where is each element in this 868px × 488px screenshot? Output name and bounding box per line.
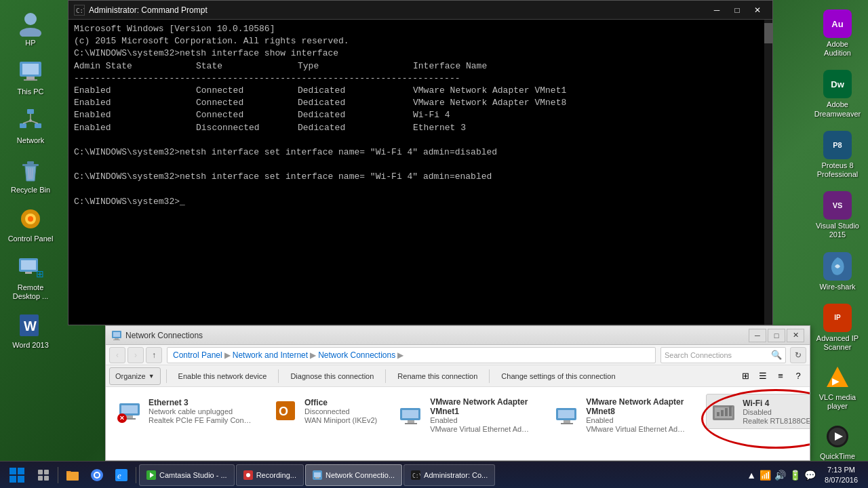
taskbar-explorer-button[interactable]: e [110, 464, 133, 486]
cmd-title-icon: C:\ [74, 5, 85, 16]
breadcrumb-part3[interactable]: Network Connections [318, 350, 395, 360]
view-list-button[interactable]: ☰ [755, 368, 771, 384]
tray-up-arrow-icon[interactable]: ▲ [747, 470, 756, 481]
help-button[interactable]: ? [790, 368, 806, 384]
adapter-office[interactable]: O Office Disconnected WAN Miniport (IKEv… [269, 394, 380, 428]
svg-rect-68 [18, 468, 24, 474]
cmd-maximize-button[interactable]: □ [728, 3, 747, 18]
svg-text:e: e [117, 470, 121, 481]
breadcrumb-part1[interactable]: Control Panel [173, 350, 222, 360]
net-search-placeholder: Search Connections [665, 351, 732, 359]
adapter-vmnet8[interactable]: VMware Network Adapter VMnet8 Enabled VM… [550, 394, 692, 436]
svg-text:O: O [279, 405, 288, 418]
cmd-scroll-thumb[interactable] [764, 23, 772, 43]
svg-rect-63 [717, 412, 719, 416]
nav-refresh-button[interactable]: ↻ [790, 347, 806, 363]
svg-rect-22 [21, 260, 36, 270]
adapter-vmnet8-top: VMware Network Adapter VMnet8 Enabled VM… [553, 397, 689, 433]
cmd-r2c1: Enabled [74, 97, 196, 109]
cmd-minimize-button[interactable]: ─ [707, 3, 726, 18]
desktop-icon-this-pc[interactable]: This PC [3, 56, 58, 99]
cmd-window: C:\ Administrator: Command Prompt ─ □ ✕ … [68, 0, 773, 325]
organize-button[interactable]: Organize ▼ [109, 367, 161, 385]
desktop-icon-proteus[interactable]: P8 Proteus 8 Professional [810, 128, 865, 182]
desktop-icon-visual-studio[interactable]: VS Visual Studio 2015 [810, 188, 865, 242]
svg-rect-66 [729, 406, 732, 416]
net-search-box[interactable]: Search Connections 🔍 [660, 347, 786, 363]
nav-up-button[interactable]: ↑ [146, 347, 162, 363]
desktop-icon-wireshark[interactable]: Wire-shark [810, 249, 865, 294]
tray-notification-icon[interactable]: 💬 [804, 470, 816, 481]
desktop-icon-adobe-dreamweaver[interactable]: Dw Adobe Dreamweaver [810, 67, 865, 121]
taskbar-app-recording[interactable]: Recording... [236, 464, 304, 486]
desktop-icon-recycle-bin[interactable]: Recycle Bin [3, 154, 58, 197]
tray-network-icon[interactable]: 📶 [760, 470, 771, 481]
svg-rect-54 [402, 410, 418, 418]
ethernet3-x-icon: ✕ [117, 413, 127, 423]
cmd-r3c3: Dedicated [298, 109, 413, 121]
adapter-wifi4[interactable]: Wi-Fi 4 Disabled Realtek RTL8188CE 802.1… [706, 394, 810, 429]
cmd-scrollbar[interactable] [764, 20, 772, 325]
taskbar-app-camtasia[interactable]: Camtasia Studio - ... [139, 464, 235, 486]
desktop-icon-vlc[interactable]: ▶ VLC media player [810, 361, 865, 413]
rename-button[interactable]: Rename this connection [391, 367, 484, 385]
taskbar-file-explorer-button[interactable] [61, 464, 84, 486]
desktop-icon-word-2013[interactable]: W Word 2013 [3, 309, 58, 352]
task-view-icon [37, 469, 50, 481]
vlc-label: VLC media player [813, 393, 862, 411]
enable-device-button[interactable]: Enable this network device [172, 367, 273, 385]
taskbar-app-admin-cmd[interactable]: C:\ Administrator: Co... [403, 464, 495, 486]
net-close-button[interactable]: ✕ [787, 329, 804, 342]
net-title-text: Network Connections [125, 331, 203, 340]
net-minimize-button[interactable]: ─ [749, 329, 766, 342]
desktop-icon-remote-desktop[interactable]: ⊞ Remote Desktop ... [3, 251, 58, 304]
hp-icon [17, 9, 44, 37]
adapter-ethernet3[interactable]: ✕ Ethernet 3 Network cable unplugged Rea… [113, 394, 255, 428]
vmnet1-name: VMware Network Adapter VMnet1 [430, 397, 533, 416]
nav-back-button[interactable]: ‹ [109, 347, 125, 363]
svg-rect-49 [126, 415, 133, 418]
taskbar-app-network-conn[interactable]: Network Connectio... [305, 464, 402, 486]
tray-volume-icon[interactable]: 🔊 [774, 470, 786, 481]
word-2013-label: Word 2013 [12, 341, 49, 350]
nav-forward-button[interactable]: › [127, 347, 144, 363]
file-explorer-icon [66, 468, 79, 482]
desktop-icon-network[interactable]: Network [3, 104, 58, 148]
svg-rect-71 [38, 470, 43, 474]
breadcrumb-part2[interactable]: Network and Internet [233, 350, 308, 360]
start-button[interactable] [3, 464, 31, 486]
svg-rect-56 [405, 423, 417, 424]
office-icon: O [272, 397, 299, 424]
svg-rect-5 [24, 79, 37, 81]
network-conn-taskbar-icon [313, 470, 322, 480]
net-titlebar: Network Connections ─ □ ✕ [106, 326, 810, 345]
adapter-ethernet3-top: ✕ Ethernet 3 Network cable unplugged Rea… [116, 397, 252, 424]
taskbar-chrome-button[interactable] [85, 464, 108, 486]
net-restore-button[interactable]: □ [768, 329, 785, 342]
task-view-button[interactable] [32, 464, 55, 486]
cmd-r3c1: Enabled [74, 109, 196, 121]
view-details-button[interactable]: ≡ [772, 368, 789, 384]
taskbar-clock[interactable]: 7:13 PM 8/07/2016 [821, 464, 861, 486]
view-large-icons-button[interactable]: ⊞ [737, 368, 753, 384]
svg-rect-60 [561, 423, 573, 424]
desktop: HP This PC [0, 0, 868, 488]
adapter-wifi4-top: Wi-Fi 4 Disabled Realtek RTL8188CE 802.1… [710, 398, 810, 425]
change-settings-button[interactable]: Change settings of this connection [495, 367, 621, 385]
svg-rect-69 [9, 476, 16, 483]
cmd-r1c2: Connected [196, 85, 298, 97]
desktop-icon-adobe-audition[interactable]: Au Adobe Audition [810, 7, 865, 60]
svg-rect-74 [44, 476, 49, 481]
this-pc-icon [17, 58, 44, 85]
diagnose-button[interactable]: Diagnose this connection [284, 367, 380, 385]
net-window-controls: ─ □ ✕ [749, 329, 804, 342]
desktop-icon-hp[interactable]: HP [3, 7, 58, 50]
svg-rect-86 [314, 472, 321, 477]
svg-rect-67 [9, 468, 16, 474]
cmd-close-button[interactable]: ✕ [748, 3, 767, 18]
adapter-vmnet1[interactable]: VMware Network Adapter VMnet1 Enabled VM… [394, 394, 536, 436]
tray-battery-icon[interactable]: 🔋 [789, 470, 801, 481]
desktop-icon-advanced-ip[interactable]: IP Advanced IP Scanner [810, 301, 865, 354]
system-tray: ▲ 📶 🔊 🔋 💬 7:13 PM 8/07/2016 [747, 464, 865, 486]
desktop-icon-control-panel[interactable]: Control Panel [3, 203, 58, 246]
